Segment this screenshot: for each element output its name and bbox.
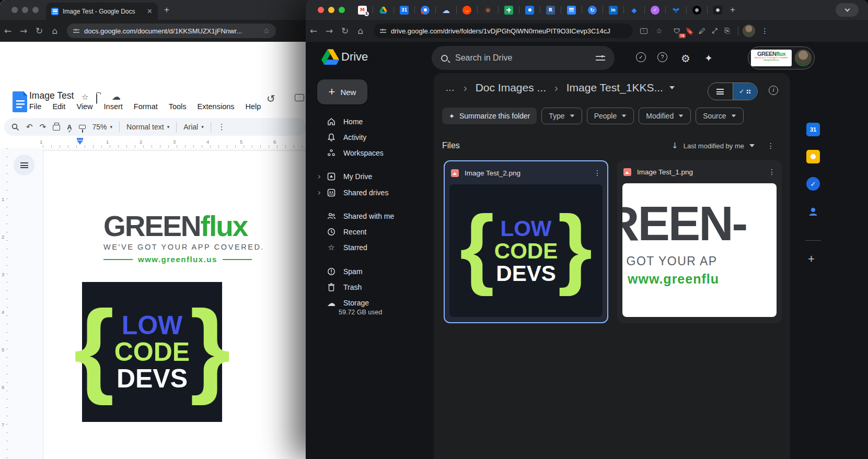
home-icon[interactable]: ⌂ (47, 26, 63, 36)
close-tab-icon[interactable]: ✕ (147, 7, 153, 15)
pinned-tab-bluesky[interactable] (672, 6, 680, 15)
pinned-tab-google-drive[interactable] (379, 6, 388, 15)
pinned-tab-google-docs[interactable] (567, 6, 576, 15)
sidebar-item-home[interactable]: Home (306, 114, 434, 130)
bookmark-extension-icon[interactable]: 🔖 (684, 27, 696, 35)
greenflux-logo-image[interactable]: GREEN flux WE'VE GOT YOUR APP COVERED. w… (103, 209, 293, 264)
horizontal-ruler[interactable]: 1 1 2 3 4 5 6 (0, 139, 314, 148)
new-button[interactable]: + New (317, 79, 367, 104)
pinned-tab-chatgpt[interactable]: ✻ (692, 6, 701, 15)
star-document-icon[interactable]: ☆ (82, 92, 88, 102)
filter-type-chip[interactable]: Type (541, 108, 582, 124)
site-info-icon[interactable] (73, 28, 79, 33)
pinned-tab-bookmark[interactable] (525, 6, 534, 15)
docs-address-bar[interactable]: docs.google.com/document/d/1KKSMUZX1jFNn… (67, 23, 276, 38)
offline-status-icon[interactable]: ✓ (636, 52, 649, 62)
file-card-image-test-2[interactable]: Image Test_2.png ⋮ { LOW CODE DEVS } (444, 160, 608, 323)
install-app-icon[interactable] (640, 28, 647, 34)
highlighter-extension-icon[interactable]: 🖊 (696, 27, 709, 35)
filter-modified-chip[interactable]: Modified (639, 108, 691, 124)
sort-by-button[interactable]: Last modified by me (684, 142, 744, 150)
gemini-sparkle-icon[interactable]: ✦ (702, 52, 715, 64)
pinned-tab-web-grid[interactable]: ✺ (713, 6, 722, 15)
sidebar-item-workspaces[interactable]: Workspaces (306, 145, 434, 161)
file-thumbnail[interactable]: REEN- VE GOT YOUR AP www.greenflu (622, 183, 777, 317)
tab-search-button[interactable] (836, 3, 859, 17)
expand-chevron-icon[interactable] (317, 174, 320, 178)
pinned-tab-google-cloud[interactable]: ☁ (442, 6, 450, 15)
pinned-tab-claude[interactable]: ✳ (483, 6, 492, 15)
minimize-window-button[interactable] (22, 7, 28, 13)
docs-url[interactable]: docs.google.com/document/d/1KKSMUZX1jFNn… (84, 27, 258, 35)
breadcrumb-more-button[interactable]: … (445, 83, 455, 93)
filter-source-chip[interactable]: Source (696, 108, 743, 124)
list-view-button[interactable] (708, 83, 733, 100)
print-icon[interactable] (53, 125, 60, 131)
sidebar-item-trash[interactable]: Trash (306, 279, 434, 295)
menu-insert[interactable]: Insert (104, 102, 123, 111)
forward-icon[interactable]: → (321, 26, 337, 36)
pinned-tab-todoist[interactable]: ✓ (651, 6, 659, 15)
expand-chevron-icon[interactable] (317, 191, 320, 194)
sidebar-item-shared-with-me[interactable]: Shared with me (306, 208, 434, 224)
tasks-panel-icon[interactable]: ✓ (806, 177, 820, 191)
toolbar-more-icon[interactable]: ⋮ (218, 122, 226, 132)
vertical-ruler[interactable]: 1 2 3 4 5 6 7 (0, 148, 8, 459)
indent-marker-bar[interactable] (77, 138, 83, 140)
pinned-tab-reddit[interactable]: ◡ (462, 6, 471, 15)
folder-menu-caret-icon[interactable] (669, 86, 675, 89)
zoom-select[interactable]: 75%▾ (92, 123, 113, 131)
back-icon[interactable]: ← (0, 26, 16, 36)
back-icon[interactable]: ← (306, 26, 321, 36)
details-info-icon[interactable]: i (769, 86, 778, 95)
undo-icon[interactable]: ↶ (26, 122, 33, 132)
menu-help[interactable]: Help (246, 102, 261, 111)
reload-icon[interactable]: ↻ (337, 26, 353, 36)
file-more-icon[interactable]: ⋮ (768, 168, 776, 176)
zoom-window-button[interactable] (339, 7, 345, 13)
sort-direction-icon[interactable]: ↓ (672, 141, 678, 150)
sort-caret-icon[interactable] (749, 144, 755, 147)
menu-edit[interactable]: Edit (52, 102, 65, 111)
pinned-tab-linkedin[interactable]: in (609, 6, 618, 15)
menu-tools[interactable]: Tools (169, 102, 187, 111)
drive-address-bar[interactable]: drive.google.com/drive/folders/1vDjPGhQi… (374, 23, 633, 38)
reload-icon[interactable]: ↻ (31, 26, 47, 36)
clipboard-extension-icon[interactable]: ⎘ (721, 27, 734, 35)
indent-marker-icon[interactable] (77, 140, 83, 145)
fullscreen-arrows-icon[interactable]: ⤢ (709, 27, 721, 35)
paint-format-icon[interactable] (79, 125, 86, 129)
drive-url[interactable]: drive.google.com/drive/folders/1vDjPGhQi… (391, 27, 627, 35)
summarize-folder-chip[interactable]: ✦ Summarize this folder (442, 108, 537, 124)
zoom-window-button[interactable] (32, 7, 39, 13)
menu-file[interactable]: File (29, 102, 41, 111)
file-card-image-test-1[interactable]: Image Test_1.png ⋮ REEN- VE GOT YOUR AP … (617, 160, 782, 323)
pinned-tab-google-sheets[interactable] (504, 6, 513, 15)
sidebar-item-starred[interactable]: ☆ Starred (306, 240, 434, 255)
pinned-tab-refresh[interactable]: ↻ (588, 6, 597, 15)
menu-extensions[interactable]: Extensions (198, 102, 235, 111)
sidebar-item-shared-drives[interactable]: Shared drives (306, 185, 434, 201)
keep-panel-icon[interactable] (806, 150, 820, 163)
google-docs-logo[interactable] (13, 91, 28, 112)
search-icon[interactable] (441, 55, 448, 62)
pinned-tab-replit[interactable]: R (546, 6, 555, 15)
bookmark-star-icon[interactable]: ☆ (656, 27, 663, 35)
browser-menu-icon[interactable]: ⋮ (761, 27, 769, 35)
paragraph-style-select[interactable]: Normal text▾ (126, 123, 169, 131)
ublock-extension-icon[interactable]: 🛡78 (671, 27, 684, 35)
home-icon[interactable]: ⌂ (353, 26, 368, 36)
breadcrumb-current-folder[interactable]: Image Test_1KKS... (566, 81, 663, 94)
sidebar-item-activity[interactable]: Activity (306, 130, 434, 145)
files-more-icon[interactable]: ⋮ (767, 142, 774, 150)
account-chip[interactable]: GREENflux WE'VE GOT YOUR APP COVERED www… (748, 46, 815, 69)
spellcheck-icon[interactable]: A (67, 123, 72, 131)
contacts-panel-icon[interactable] (806, 205, 820, 218)
settings-gear-icon[interactable]: ⚙ (679, 52, 692, 65)
account-avatar[interactable] (795, 50, 812, 66)
pinned-tab-jira[interactable]: ◆ (630, 6, 639, 15)
filter-people-chip[interactable]: People (587, 108, 634, 124)
new-tab-button[interactable]: + (730, 5, 735, 15)
sidebar-item-my-drive[interactable]: My Drive (306, 169, 434, 184)
sidebar-item-recent[interactable]: Recent (306, 224, 434, 240)
